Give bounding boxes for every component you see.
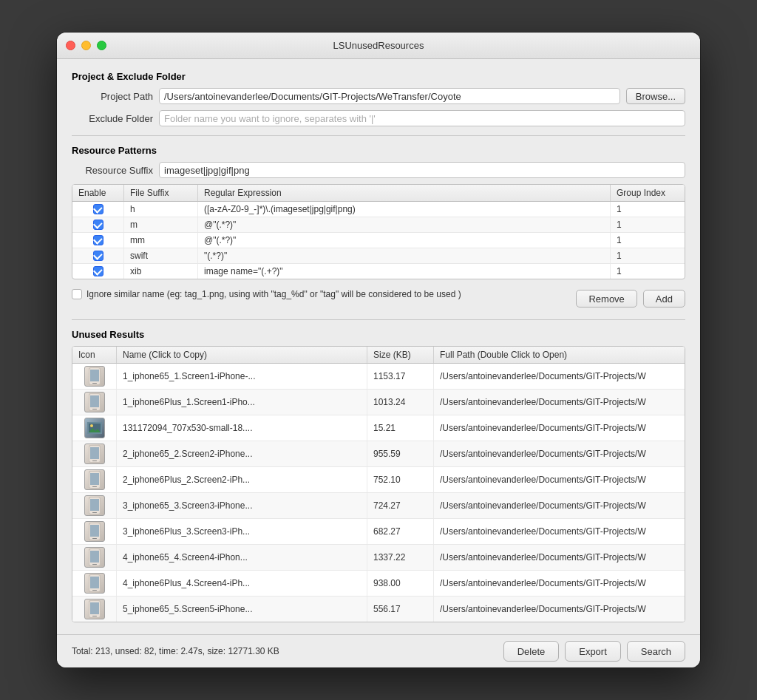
pattern-row[interactable]: mm@"(.*?)"1 xyxy=(72,233,685,248)
result-path-cell[interactable]: /Users/antoinevanderlee/Documents/GIT-Pr… xyxy=(434,571,685,596)
result-name-cell[interactable]: 3_iphone65_3.Screen3-iPhone... xyxy=(117,493,367,518)
project-path-label: Project Path xyxy=(72,91,153,102)
search-button[interactable]: Search xyxy=(627,641,685,662)
result-size-cell: 724.27 xyxy=(367,493,434,518)
svg-rect-25 xyxy=(90,525,99,537)
result-name-cell[interactable]: 4_iphone65_4.Screen4-iPhon... xyxy=(117,545,367,570)
result-icon-cell xyxy=(72,467,117,492)
pattern-checkbox[interactable] xyxy=(93,266,103,276)
remove-button[interactable]: Remove xyxy=(576,290,637,307)
result-path-cell[interactable]: /Users/antoinevanderlee/Documents/GIT-Pr… xyxy=(434,493,685,518)
pattern-regex-cell: "(.*?)" xyxy=(198,248,611,263)
results-table-header: Icon Name (Click to Copy) Size (KB) Full… xyxy=(72,347,685,364)
svg-rect-6 xyxy=(90,395,99,407)
results-table: Icon Name (Click to Copy) Size (KB) Full… xyxy=(72,346,685,622)
result-path-cell[interactable]: /Users/antoinevanderlee/Documents/GIT-Pr… xyxy=(434,441,685,466)
pattern-checkbox[interactable] xyxy=(93,204,103,214)
file-icon xyxy=(84,444,105,464)
file-icon xyxy=(84,366,105,387)
minimize-button[interactable] xyxy=(81,41,91,50)
th-group-index: Group Index xyxy=(611,185,685,201)
result-path-cell[interactable]: /Users/antoinevanderlee/Documents/GIT-Pr… xyxy=(434,545,685,570)
svg-rect-26 xyxy=(92,538,97,539)
result-path-cell[interactable]: /Users/antoinevanderlee/Documents/GIT-Pr… xyxy=(434,415,685,441)
exclude-folder-row: Exclude Folder xyxy=(72,110,685,126)
pattern-row[interactable]: h([a-zA-Z0-9_-]*)\.(imageset|jpg|gif|png… xyxy=(72,202,685,217)
result-name-cell[interactable]: 1_iphone65_1.Screen1-iPhone-... xyxy=(117,364,367,389)
svg-rect-13 xyxy=(90,447,99,459)
svg-rect-2 xyxy=(90,370,99,381)
pattern-regex-cell: @"(.*?)" xyxy=(198,233,611,248)
patterns-table-body: h([a-zA-Z0-9_-]*)\.(imageset|jpg|gif|png… xyxy=(72,202,685,279)
main-content: Project & Exclude Folder Project Path Br… xyxy=(57,59,700,634)
result-name-cell[interactable]: 4_iphone6Plus_4.Screen4-iPh... xyxy=(117,571,367,596)
result-row[interactable]: 4_iphone65_4.Screen4-iPhon...1337.22/Use… xyxy=(72,545,685,571)
result-size-cell: 955.59 xyxy=(367,441,434,466)
pattern-checkbox[interactable] xyxy=(93,220,103,230)
export-button[interactable]: Export xyxy=(565,641,621,662)
result-path-cell[interactable]: /Users/antoinevanderlee/Documents/GIT-Pr… xyxy=(434,467,685,492)
close-button[interactable] xyxy=(66,41,75,50)
result-path-cell[interactable]: /Users/antoinevanderlee/Documents/GIT-Pr… xyxy=(434,364,685,389)
result-icon-cell xyxy=(72,597,117,622)
result-name-cell[interactable]: 2_iphone65_2.Screen2-iPhone... xyxy=(117,441,367,466)
result-path-cell[interactable]: /Users/antoinevanderlee/Documents/GIT-Pr… xyxy=(434,597,685,622)
svg-rect-21 xyxy=(90,499,99,511)
resource-suffix-input[interactable] xyxy=(159,162,685,178)
svg-rect-17 xyxy=(90,473,99,485)
pattern-row[interactable]: m@"(.*?)"1 xyxy=(72,217,685,233)
result-size-cell: 1337.22 xyxy=(367,545,434,570)
svg-rect-3 xyxy=(92,383,97,384)
result-size-cell: 1013.24 xyxy=(367,390,434,415)
th-path: Full Path (Double Click to Open) xyxy=(434,347,685,363)
svg-rect-22 xyxy=(92,512,97,513)
result-row[interactable]: 2_iphone6Plus_2.Screen2-iPh...752.10/Use… xyxy=(72,467,685,493)
patterns-table-header: Enable File Suffix Regular Expression Gr… xyxy=(72,185,685,202)
project-path-input[interactable] xyxy=(159,88,620,104)
result-size-cell: 752.10 xyxy=(367,467,434,492)
pattern-checkbox[interactable] xyxy=(93,251,103,261)
result-row[interactable]: 1_iphone6Plus_1.Screen1-iPho...1013.24/U… xyxy=(72,390,685,415)
pattern-row[interactable]: xibimage name="(.+?)"1 xyxy=(72,264,685,279)
exclude-folder-input[interactable] xyxy=(159,110,685,126)
file-icon xyxy=(84,469,105,490)
pattern-enable-cell xyxy=(72,264,124,279)
add-button[interactable]: Add xyxy=(643,290,685,307)
result-name-cell[interactable]: 131172094_707x530-small-18.... xyxy=(117,415,367,441)
th-icon: Icon xyxy=(72,347,117,363)
file-icon xyxy=(84,599,105,619)
result-row[interactable]: 3_iphone65_3.Screen3-iPhone...724.27/Use… xyxy=(72,493,685,519)
file-icon xyxy=(84,392,105,412)
th-enable: Enable xyxy=(72,185,124,201)
pattern-checkbox[interactable] xyxy=(93,235,103,245)
result-row[interactable]: 5_iphone65_5.Screen5-iPhone...556.17/Use… xyxy=(72,597,685,622)
bottom-bar: Total: 213, unsed: 82, time: 2.47s, size… xyxy=(57,634,700,667)
ignore-checkbox[interactable] xyxy=(72,289,82,299)
svg-rect-38 xyxy=(92,616,97,616)
result-row[interactable]: 3_iphone6Plus_3.Screen3-iPh...682.27/Use… xyxy=(72,519,685,545)
svg-rect-33 xyxy=(90,577,99,588)
th-name: Name (Click to Copy) xyxy=(117,347,367,363)
result-row[interactable]: 4_iphone6Plus_4.Screen4-iPh...938.00/Use… xyxy=(72,571,685,597)
ignore-row: Ignore similar name (eg: tag_1.png, usin… xyxy=(72,285,685,310)
result-icon-cell xyxy=(72,545,117,570)
pattern-suffix-cell: xib xyxy=(124,264,198,279)
th-regex: Regular Expression xyxy=(198,185,611,201)
result-row[interactable]: 2_iphone65_2.Screen2-iPhone...955.59/Use… xyxy=(72,441,685,467)
result-name-cell[interactable]: 3_iphone6Plus_3.Screen3-iPh... xyxy=(117,519,367,544)
result-name-cell[interactable]: 1_iphone6Plus_1.Screen1-iPho... xyxy=(117,390,367,415)
maximize-button[interactable] xyxy=(97,41,106,50)
result-name-cell[interactable]: 5_iphone65_5.Screen5-iPhone... xyxy=(117,597,367,622)
pattern-row[interactable]: swift"(.*?)"1 xyxy=(72,248,685,264)
result-name-cell[interactable]: 2_iphone6Plus_2.Screen2-iPh... xyxy=(117,467,367,492)
status-text: Total: 213, unsed: 82, time: 2.47s, size… xyxy=(72,646,498,656)
result-icon-cell xyxy=(72,441,117,466)
delete-button[interactable]: Delete xyxy=(503,641,560,662)
browse-button[interactable]: Browse... xyxy=(626,88,685,104)
result-row[interactable]: 131172094_707x530-small-18....15.21/User… xyxy=(72,415,685,441)
result-path-cell[interactable]: /Users/antoinevanderlee/Documents/GIT-Pr… xyxy=(434,519,685,544)
result-path-cell[interactable]: /Users/antoinevanderlee/Documents/GIT-Pr… xyxy=(434,390,685,415)
result-row[interactable]: 1_iphone65_1.Screen1-iPhone-...1153.17/U… xyxy=(72,364,685,390)
pattern-suffix-cell: h xyxy=(124,202,198,217)
divider-1 xyxy=(72,135,685,136)
